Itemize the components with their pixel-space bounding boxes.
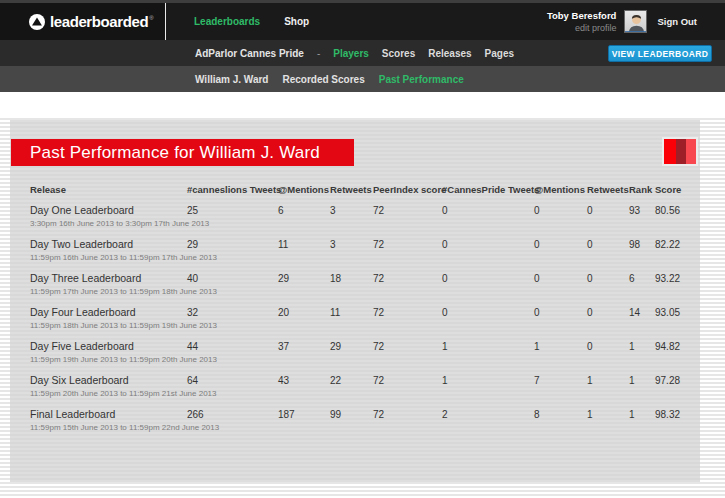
cell-value: 93 [629, 204, 655, 234]
player-navbar: William J. Ward Recorded Scores Past Per… [0, 66, 725, 92]
cell-value: 43 [278, 374, 330, 404]
cell-value: 1 [587, 408, 629, 438]
divider-dash: - [317, 48, 320, 59]
nav-item-leaderboards[interactable]: Leaderboards [194, 16, 260, 27]
board-name-link[interactable]: AdParlor Cannes Pride [195, 48, 304, 59]
cell-value: 6 [629, 272, 655, 302]
cell-value: 1 [534, 340, 587, 370]
cell-value: 72 [373, 272, 442, 302]
cell-value: 0 [534, 204, 587, 234]
cell-value: 0 [587, 204, 629, 234]
cell-value: 72 [373, 340, 442, 370]
user-area: Toby Beresford edit profile Sign Out [547, 3, 697, 40]
board-tab-pages[interactable]: Pages [485, 48, 514, 59]
cell-value: 3 [330, 238, 373, 268]
cell-value: 1 [629, 408, 655, 438]
cell-value: 98.32 [655, 408, 700, 438]
cell-value: 0 [587, 272, 629, 302]
cell-value: 80.56 [655, 204, 700, 234]
cell-value: 32 [187, 306, 278, 336]
column-header: #canneslions Tweets [187, 184, 278, 195]
cell-value: 1 [629, 374, 655, 404]
column-header: PeerIndex score [373, 184, 442, 195]
cell-value: 1 [442, 340, 534, 370]
release-period: 11:59pm 15th June 2013 to 11:59pm 22nd J… [30, 423, 187, 432]
cell-value: 72 [373, 374, 442, 404]
cell-value: 0 [442, 306, 534, 336]
cell-value: 0 [534, 238, 587, 268]
cell-value: 72 [373, 408, 442, 438]
table-row: Day Three Leaderboard 11:59pm 17th June … [10, 268, 700, 302]
cell-value: 29 [278, 272, 330, 302]
board-tab-players[interactable]: Players [333, 48, 369, 59]
release-name: Day Five Leaderboard [30, 340, 187, 352]
player-tab-recorded-scores[interactable]: Recorded Scores [282, 74, 364, 85]
cell-value: 1 [629, 340, 655, 370]
column-header: Rank [629, 184, 655, 195]
edit-profile-link[interactable]: edit profile [547, 23, 617, 33]
board-tab-releases[interactable]: Releases [428, 48, 471, 59]
table-row: Final Leaderboard 11:59pm 15th June 2013… [10, 404, 700, 438]
table-row: Day Two Leaderboard 11:59pm 16th June 20… [10, 234, 700, 268]
cell-value: 18 [330, 272, 373, 302]
column-header: Score [655, 184, 700, 195]
cell-value: 11 [330, 306, 373, 336]
cell-value: 0 [534, 272, 587, 302]
cell-value: 14 [629, 306, 655, 336]
release-period: 3:30pm 16th June 2013 to 3:30pm 17th Jun… [30, 219, 187, 228]
release-period: 11:59pm 16th June 2013 to 11:59pm 17th J… [30, 253, 187, 262]
release-name: Day Six Leaderboard [30, 374, 187, 386]
player-tab-name[interactable]: William J. Ward [195, 74, 268, 85]
logo[interactable]: leaderboarded ® [0, 3, 166, 40]
user-name[interactable]: Toby Beresford [547, 10, 617, 21]
board-tab-scores[interactable]: Scores [382, 48, 415, 59]
cell-value: 93.22 [655, 272, 700, 302]
column-header: @Mentions [278, 184, 330, 195]
sign-out-link[interactable]: Sign Out [657, 16, 697, 27]
cell-value: 0 [587, 340, 629, 370]
table-row: Day Four Leaderboard 11:59pm 18th June 2… [10, 302, 700, 336]
player-tab-past-performance[interactable]: Past Performance [379, 74, 464, 85]
table-row: Day Five Leaderboard 11:59pm 19th June 2… [10, 336, 700, 370]
cell-value: 98 [629, 238, 655, 268]
cell-value: 1 [442, 374, 534, 404]
cell-value: 266 [187, 408, 278, 438]
release-name: Day Four Leaderboard [30, 306, 187, 318]
release-name: Final Leaderboard [30, 408, 187, 420]
page-title-banner: Past Performance for William J. Ward [11, 139, 354, 166]
cell-value: 29 [187, 238, 278, 268]
cell-value: 20 [278, 306, 330, 336]
release-period: 11:59pm 17th June 2013 to 11:59pm 18th J… [30, 287, 187, 296]
cell-value: 99 [330, 408, 373, 438]
table-row: Day Six Leaderboard 11:59pm 20th June 20… [10, 370, 700, 404]
table-body: Day One Leaderboard 3:30pm 16th June 201… [10, 200, 700, 438]
release-name: Day Two Leaderboard [30, 238, 187, 250]
cell-value: 25 [187, 204, 278, 234]
white-gap [0, 92, 725, 118]
avatar[interactable] [624, 10, 647, 33]
cell-value: 2 [442, 408, 534, 438]
main-menu: Leaderboards Shop [194, 3, 309, 40]
cell-value: 93.05 [655, 306, 700, 336]
cell-value: 94.82 [655, 340, 700, 370]
cell-value: 0 [442, 272, 534, 302]
release-period: 11:59pm 20th June 2013 to 11:59pm 21st J… [30, 389, 187, 398]
logo-text: leaderboarded [50, 13, 148, 30]
registered-mark: ® [149, 15, 153, 21]
cell-value: 11 [278, 238, 330, 268]
cell-value: 8 [534, 408, 587, 438]
red-ribbon-icon [662, 137, 698, 166]
cell-value: 7 [534, 374, 587, 404]
cell-value: 187 [278, 408, 330, 438]
cell-value: 40 [187, 272, 278, 302]
cell-value: 37 [278, 340, 330, 370]
cell-value: 29 [330, 340, 373, 370]
table-row: Day One Leaderboard 3:30pm 16th June 201… [10, 200, 700, 234]
release-name: Day One Leaderboard [30, 204, 187, 216]
cell-value: 1 [587, 374, 629, 404]
cell-value: 0 [587, 306, 629, 336]
page-title: Past Performance for William J. Ward [30, 143, 320, 163]
nav-item-shop[interactable]: Shop [284, 16, 309, 27]
cell-value: 64 [187, 374, 278, 404]
view-leaderboard-button[interactable]: VIEW LEADERBOARD [608, 45, 712, 62]
